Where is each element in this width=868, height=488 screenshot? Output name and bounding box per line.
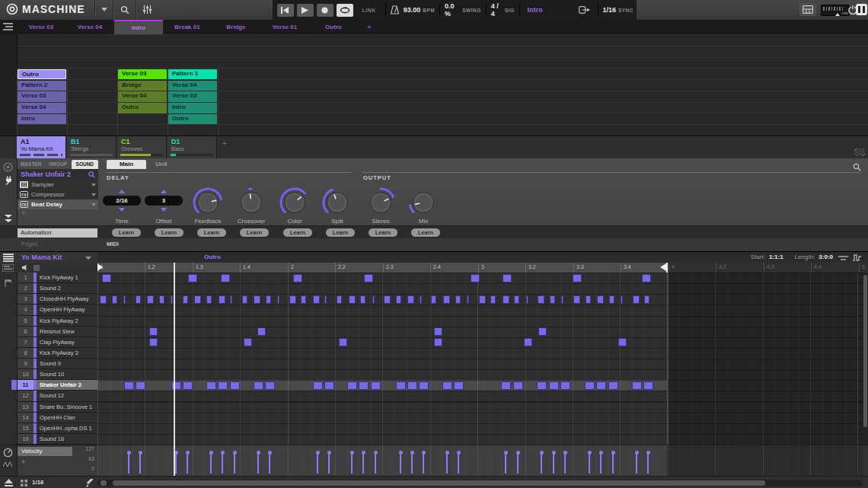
pattern-end-marker[interactable] [660, 263, 666, 271]
note[interactable] [434, 338, 442, 346]
current-section-display[interactable]: Intro [528, 6, 576, 14]
velocity-stem[interactable] [636, 452, 637, 474]
plugin-row-compressor[interactable]: FXCompressor [18, 190, 98, 199]
list-view-icon[interactable] [2, 264, 14, 272]
sync-grid-value[interactable]: 1/16 [602, 6, 616, 14]
note[interactable] [597, 295, 604, 304]
note[interactable] [431, 295, 436, 304]
note[interactable] [503, 274, 512, 282]
arranger-menu-icon[interactable] [3, 23, 13, 31]
target-icon[interactable] [3, 162, 13, 172]
grid-snap-icon[interactable] [21, 480, 27, 486]
group-tile-d1[interactable]: D1Bass [168, 136, 217, 158]
note[interactable] [524, 338, 532, 346]
playhead[interactable] [174, 263, 175, 476]
velocity-stem[interactable] [257, 452, 259, 474]
velocity-stem[interactable] [128, 452, 129, 474]
note[interactable] [407, 381, 417, 390]
timeline-ruler[interactable]: 11.21.31.422.22.32.433.23.33.444.24.34.4… [0, 263, 868, 273]
grid-resolution-value[interactable]: 1/16 [32, 479, 44, 486]
note[interactable] [265, 381, 275, 390]
note[interactable] [479, 295, 486, 304]
note[interactable] [633, 295, 640, 304]
note[interactable] [112, 295, 117, 304]
length-value[interactable]: 3:0:0 [819, 254, 833, 260]
sound-row-11[interactable]: 11Shaker Unfair 2 [18, 380, 97, 391]
note[interactable] [254, 295, 260, 304]
velocity-stem[interactable] [612, 452, 614, 474]
note[interactable] [573, 274, 582, 282]
pad-mode-icon[interactable] [34, 265, 40, 271]
velocity-stem[interactable] [187, 452, 188, 474]
sound-row-16[interactable]: 16Sound 16 [18, 434, 97, 445]
velocity-stem[interactable] [375, 452, 376, 474]
note[interactable] [337, 295, 342, 304]
velocity-stem[interactable] [589, 452, 590, 474]
note[interactable] [609, 295, 614, 304]
pencil-tool-icon[interactable] [86, 479, 94, 487]
pattern-clip-outro[interactable]: Outro [168, 114, 217, 125]
note[interactable] [384, 295, 391, 304]
pattern-clip-intro[interactable]: Intro [168, 103, 217, 113]
follow-playhead-icon[interactable] [838, 255, 848, 261]
sound-row-15[interactable]: 15OpenHH..opha DS 1 [18, 423, 97, 434]
note[interactable] [183, 295, 188, 304]
note[interactable] [513, 381, 523, 390]
plugin-row-sampler[interactable]: Sampler [18, 180, 98, 190]
note[interactable] [643, 381, 653, 390]
horizontal-scrollbar-handle[interactable] [113, 480, 765, 486]
add-control-lane-button[interactable]: + [21, 458, 25, 466]
velocity-stem[interactable] [139, 452, 141, 474]
split-knob[interactable] [316, 186, 359, 219]
note[interactable] [561, 295, 563, 304]
horizontal-scrollbar[interactable] [97, 480, 863, 486]
pattern-clip-pattern-2[interactable]: Pattern 2 [18, 81, 66, 91]
play-button[interactable] [297, 4, 314, 17]
time-value[interactable]: 2/16 [103, 196, 141, 206]
horizontal-scrollbar-block[interactable] [101, 480, 107, 486]
note[interactable] [349, 295, 356, 304]
velocity-stem[interactable] [351, 452, 353, 474]
stepper-up-arrow[interactable] [161, 190, 167, 193]
note[interactable] [149, 338, 158, 346]
app-menu-caret[interactable] [101, 8, 107, 11]
cpu-meter[interactable]: CPU [821, 5, 850, 16]
note[interactable] [301, 295, 306, 304]
note[interactable] [136, 381, 145, 390]
group-tile-a1[interactable]: A1Yo Mama Kit [17, 136, 66, 158]
note[interactable] [396, 295, 401, 304]
note[interactable] [503, 295, 509, 304]
note[interactable] [293, 274, 302, 282]
note[interactable] [420, 295, 422, 304]
note[interactable] [538, 327, 547, 336]
resize-grip[interactable] [854, 148, 865, 156]
note[interactable] [608, 381, 618, 390]
sound-search-icon[interactable] [88, 171, 95, 178]
note[interactable] [454, 381, 464, 390]
note[interactable] [136, 295, 141, 304]
note[interactable] [206, 381, 216, 390]
plug-icon[interactable] [3, 175, 14, 186]
note[interactable] [442, 381, 452, 390]
note[interactable] [244, 338, 252, 346]
velocity-stem[interactable] [553, 452, 554, 474]
note[interactable] [396, 381, 406, 390]
note[interactable] [585, 381, 595, 390]
stereo-knob[interactable] [359, 186, 402, 219]
velocity-stem[interactable] [234, 452, 235, 474]
keyboard-view-icon[interactable] [799, 3, 816, 16]
pattern-clip-verse-03[interactable]: Verse 03 [18, 91, 66, 102]
pattern-clip-verse-03[interactable]: Verse 03 [168, 91, 217, 102]
editor-group-name[interactable]: Yo Mama Kit [21, 254, 62, 261]
velocity-stem[interactable] [317, 452, 318, 474]
note[interactable] [254, 381, 263, 390]
sound-row-3[interactable]: 3ClosedHH FlyAway [18, 294, 97, 305]
note[interactable] [123, 295, 126, 304]
tab-group[interactable]: GROUP [44, 160, 71, 169]
velocity-stem[interactable] [175, 452, 177, 474]
swing-value[interactable]: 0.0 % [445, 2, 460, 18]
learn-button[interactable]: Learn [197, 228, 226, 237]
collapse-chevrons-icon[interactable] [4, 215, 13, 223]
record-button[interactable] [317, 4, 333, 17]
velocity-stem[interactable] [222, 452, 223, 474]
